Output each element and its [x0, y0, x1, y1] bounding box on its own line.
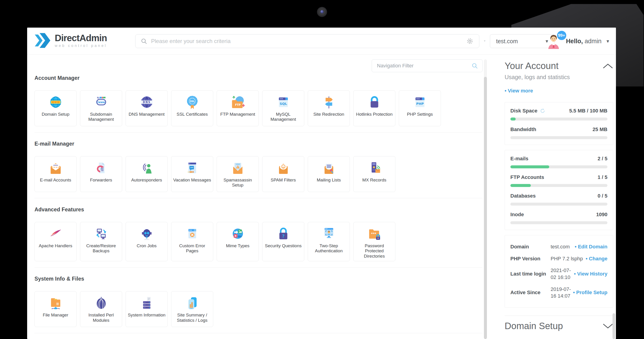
section-title-advanced-features: Advanced Features	[34, 206, 482, 213]
info-link-edit-domain[interactable]: • Edit Domain	[575, 244, 608, 250]
tile-label: File Manager	[43, 312, 68, 318]
section-e-mail-manager: E-mail Manager★★★★E-mail AccountsForward…	[34, 132, 482, 198]
global-search	[135, 34, 479, 48]
sidebar: Your Account Usage, logs and statistics …	[504, 55, 613, 339]
brand-tagline: web control panel	[55, 44, 107, 48]
search-settings-gear-icon[interactable]	[466, 37, 474, 45]
brand-logo[interactable]: DirectAdmin web control panel	[34, 33, 107, 48]
svg-text:PHP: PHP	[416, 102, 424, 106]
info-value: test.com	[550, 243, 575, 250]
usage-value: 2 / 5	[598, 156, 608, 162]
tile-site-summary-statistics-logs[interactable]: Site Summary / Statistics / Logs	[171, 291, 213, 327]
selected-domain: test.com	[496, 38, 545, 44]
sidebar-scrollbar-thumb[interactable]	[612, 313, 615, 339]
section-title-system-info-files: System Info & Files	[34, 276, 482, 282]
tile-mailing-lists[interactable]: Mailing Lists	[308, 156, 350, 192]
tile-spam-filters[interactable]: SPAM Filters	[262, 156, 304, 192]
your-account-header[interactable]: Your Account	[504, 61, 613, 71]
webcam-lens	[320, 10, 324, 13]
domain-selector[interactable]: test.com ▼	[490, 34, 554, 48]
system-information-icon	[138, 294, 155, 311]
tile-dns-management[interactable]: DNSDNS Management	[126, 90, 168, 126]
tile-php-settings[interactable]: PHPPHP Settings	[399, 90, 441, 126]
content-scrollbar-thumb[interactable]	[484, 77, 487, 339]
file-manager-icon	[48, 294, 64, 311]
info-link-view-history[interactable]: • View History	[574, 271, 608, 277]
usage-row-ftp-accounts: FTP Accounts1 / 5	[510, 174, 608, 187]
tile-mime-types[interactable]: Mime Types	[217, 222, 259, 261]
usage-card: Disk Space5.5 MB / 100 MBBandwidth25 MB	[504, 102, 613, 145]
tile-forwarders[interactable]: Forwarders	[80, 156, 122, 192]
tile-mx-records[interactable]: MX Records	[353, 156, 395, 192]
tile-ssl-certificates[interactable]: SSLSSL Certificates	[171, 90, 213, 126]
tile-label: Spamassassin Setup	[218, 178, 257, 188]
tile-autoresponders[interactable]: Autoresponders	[126, 156, 168, 192]
spamassassin-setup-icon: SPAM!	[230, 160, 246, 176]
webcam-dot	[317, 7, 327, 17]
tile-two-step-authentication[interactable]: Two-Step Authentication	[308, 222, 350, 261]
directadmin-chevrons-icon	[34, 33, 51, 48]
tile-label: Hotlinks Protection	[356, 112, 392, 117]
tile-password-protected-directories[interactable]: ***Password Protected Directories	[353, 222, 395, 261]
header-separator: ▾	[484, 39, 486, 42]
tile-label: SPAM Filters	[271, 178, 296, 182]
tile-site-redirection[interactable]: Site Redirection	[308, 90, 350, 126]
tile-email-accounts[interactable]: ★★★★E-mail Accounts	[34, 156, 76, 192]
tile-file-manager[interactable]: File Manager	[34, 291, 76, 327]
usage-label: Inode	[510, 212, 524, 218]
tile-system-information[interactable]: System Information	[126, 291, 168, 327]
domain-setup-icon: WWW	[48, 94, 64, 110]
info-value: 2021-07-02 16:10	[550, 267, 574, 280]
user-menu[interactable]: 99+ Hello, admin ▼	[545, 28, 610, 55]
section-account-manager: Account ManagerWWWDomain Setup//www.Subd…	[34, 72, 482, 132]
tile-cron-jobs[interactable]: Cron Jobs	[126, 222, 168, 261]
sidebar-title: Your Account	[504, 61, 602, 71]
usage-row-databases: Databases0 / 5	[510, 193, 608, 206]
chevron-down-icon[interactable]	[602, 323, 613, 329]
tile-domain-setup[interactable]: WWWDomain Setup	[34, 90, 76, 126]
navigation-filter-input[interactable]	[377, 63, 471, 69]
tile-create-restore-backups[interactable]: Create/Restore Backups	[80, 222, 122, 261]
tile-ftp-management[interactable]: FTPFTP Management	[217, 90, 259, 126]
notification-badge[interactable]: 99+	[556, 30, 567, 41]
info-label: PHP Version	[510, 256, 550, 262]
site-redirection-icon	[320, 94, 337, 110]
tile-grid: File ManagerInstalled Perl ModulesSystem…	[34, 291, 482, 327]
create-restore-backups-icon	[93, 226, 110, 242]
info-link-profile-setup[interactable]: • Profile Setup	[573, 290, 608, 296]
tile-custom-error-pages[interactable]: Custom Error Pages	[171, 222, 213, 261]
mysql-management-icon: SQL	[275, 94, 292, 110]
chevron-up-icon[interactable]	[602, 63, 613, 69]
progress-bar	[510, 184, 608, 187]
mx-records-icon	[366, 160, 383, 176]
tile-label: SSL Certificates	[177, 112, 208, 117]
tile-mysql-management[interactable]: SQLMySQL Management	[262, 90, 304, 126]
mime-types-icon	[230, 226, 246, 242]
global-search-input[interactable]	[148, 38, 466, 44]
tile-subdomain-management[interactable]: //www.Subdomain Management	[80, 90, 122, 126]
tile-vacation-messages[interactable]: Vacation Messages	[171, 156, 213, 192]
tile-installed-perl-modules[interactable]: Installed Perl Modules	[80, 291, 122, 327]
tile-label: E-mail Accounts	[40, 178, 71, 182]
tile-label: Mime Types	[226, 243, 249, 248]
dns-management-icon: DNS	[138, 94, 155, 110]
svg-text:SQL: SQL	[280, 102, 287, 106]
svg-text:***: ***	[371, 232, 376, 236]
tile-label: MX Records	[362, 178, 386, 182]
svg-text:WWW: WWW	[52, 101, 60, 104]
info-label: Domain	[510, 244, 550, 250]
tile-hotlinks-protection[interactable]: Hotlinks Protection	[353, 90, 395, 126]
tile-grid: Apache HandlersCreate/Restore BackupsCro…	[34, 222, 482, 261]
refresh-icon[interactable]	[540, 108, 546, 114]
tile-label: DNS Management	[128, 112, 164, 117]
tile-apache-handlers[interactable]: Apache Handlers	[34, 222, 76, 261]
domain-setup-section-header[interactable]: Domain Setup	[504, 316, 613, 331]
info-link-change[interactable]: • Change	[586, 256, 608, 262]
tile-label: Subdomain Management	[82, 112, 120, 122]
tile-security-questions[interactable]: ?Security Questions	[262, 222, 304, 261]
tile-spamassassin-setup[interactable]: SPAM!Spamassassin Setup	[217, 156, 259, 192]
section-extra-features: Extra Features	[34, 333, 482, 339]
view-more-link[interactable]: • View more	[504, 88, 613, 94]
section-title-account-manager: Account Manager	[34, 75, 482, 81]
domain-setup-title: Domain Setup	[504, 321, 602, 331]
